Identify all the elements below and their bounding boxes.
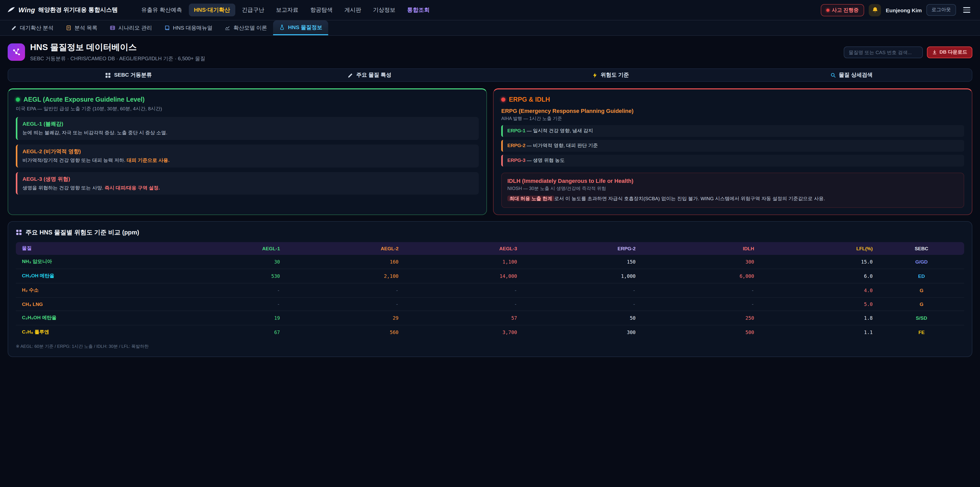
subtab-model-theory[interactable]: 확산모델 이론	[219, 21, 273, 35]
comparison-table-card: 주요 HNS 물질별 위험도 기준 비교 (ppm) 물질 AEGL-1 AEG…	[8, 221, 972, 357]
sebc-badge: ED	[879, 269, 964, 283]
main-nav: 유출유 확산예측 HNS·대기확산 긴급구난 보고자료 항공탐색 게시판 기상정…	[136, 3, 435, 16]
table-row-hydrogen: H₂ 수소 - - - - - 4.0 G	[16, 283, 964, 297]
book-icon	[164, 25, 170, 30]
grid-icon	[105, 72, 111, 78]
col-header-lfl: LFL(%)	[760, 242, 879, 255]
grid-icon	[16, 229, 22, 235]
aegl-level-3: AEGL-3 (생명 위협) 생명을 위협하는 건강 영향 또는 사망. 즉시 …	[16, 172, 479, 195]
notifications-button[interactable]	[869, 4, 881, 16]
aegl-card-subtitle: 미국 EPA — 일반인 급성 노출 기준 (10분, 30분, 60분, 4시…	[16, 106, 479, 112]
erpg-section-subtitle: AIHA 발행 — 1시간 노출 기준	[501, 115, 964, 122]
table-row-toluene: C₇H₈ 톨루엔 67 560 3,700 300 500 1.1 FE	[16, 325, 964, 339]
col-header-erpg2: ERPG-2	[523, 242, 642, 255]
clipboard-icon	[66, 25, 72, 30]
hns-risk-table: 물질 AEGL-1 AEGL-2 AEGL-3 ERPG-2 IDLH LFL(…	[16, 242, 964, 339]
substance-name: NH₃ 암모니아	[16, 255, 168, 269]
erpg-section-title: ERPG (Emergency Response Planning Guidel…	[501, 108, 964, 114]
red-dot-icon	[501, 97, 505, 102]
search-icon	[830, 72, 836, 78]
substance-name: CH₄ LNG	[16, 297, 168, 311]
aegl-level-2: AEGL-2 (비가역적 영향) 비가역적/장기적 건강 영향 또는 대피 능력…	[16, 145, 479, 168]
hamburger-menu-button[interactable]	[961, 4, 973, 16]
nav-item-reports[interactable]: 보고자료	[271, 3, 304, 16]
col-header-aegl3: AEGL-3	[405, 242, 523, 255]
col-header-aegl2: AEGL-2	[286, 242, 405, 255]
col-header-substance: 물질	[16, 242, 168, 255]
col-header-idlh: IDLH	[642, 242, 760, 255]
lightning-icon	[592, 72, 598, 78]
tab-substance-detail-search[interactable]: 물질 상세검색	[731, 69, 972, 81]
pencil-icon	[348, 72, 353, 78]
idlh-panel: IDLH (Immediately Dangerous to Life or H…	[501, 172, 964, 208]
aegl-level-1: AEGL-1 (불쾌감) 눈에 띄는 불쾌감, 자극 또는 비감각적 증상. 노…	[16, 117, 479, 140]
nav-item-oil-spill[interactable]: 유출유 확산예측	[136, 3, 187, 16]
table-header-row: 물질 AEGL-1 AEGL-2 AEGL-3 ERPG-2 IDLH LFL(…	[16, 242, 964, 255]
green-dot-icon	[16, 97, 20, 102]
pencil-icon	[11, 25, 17, 30]
erpg-card-title: ERPG & IDLH	[509, 96, 550, 103]
top-right-cluster: 사고 진행중 Eunjeong Kim 로그아웃	[821, 4, 973, 16]
bell-icon	[872, 6, 878, 13]
sebc-badge: G/GD	[879, 255, 964, 269]
nav-item-rescue[interactable]: 긴급구난	[237, 3, 269, 16]
table-row-ammonia: NH₃ 암모니아 30 160 1,100 150 300 15.0 G/GD	[16, 255, 964, 269]
idlh-title: IDLH (Immediately Dangerous to Life or H…	[508, 178, 958, 184]
page-title: HNS 물질정보 데이터베이스	[30, 42, 205, 53]
incident-status-badge[interactable]: 사고 진행중	[821, 4, 864, 16]
table-row-ethanol: C₂H₅OH 에탄올 19 29 57 50 250 1.8 S/SD	[16, 311, 964, 325]
aegl-card-title: AEGL (Acute Exposure Guideline Level)	[24, 96, 145, 103]
user-name: Eunjeong Kim	[886, 7, 922, 13]
incident-label: 사고 진행중	[832, 6, 859, 14]
section-tabs: SEBC 거동분류 주요 물질 특성 위험도 기준 물질 상세검색	[8, 69, 972, 82]
nav-item-aerial-search[interactable]: 항공탐색	[305, 3, 338, 16]
substance-search-input[interactable]	[843, 46, 923, 58]
col-header-sebc: SEBC	[879, 242, 964, 255]
erpg-level-2: ERPG-2 — 비가역적 영향, 대피 판단 기준	[501, 140, 964, 152]
app-window: Wing 해양환경 위기대응 통합시스템 유출유 확산예측 HNS·대기확산 긴…	[0, 0, 980, 487]
tab-sebc-classification[interactable]: SEBC 거동분류	[8, 69, 249, 81]
chart-icon	[225, 25, 231, 30]
nav-item-weather[interactable]: 기상정보	[368, 3, 401, 16]
sub-nav: 대기확산 분석 분석 목록 시나리오 관리 HNS 대응매뉴얼 확산모델 이론 …	[0, 21, 980, 36]
col-header-aegl1: AEGL-1	[168, 242, 286, 255]
logout-button[interactable]: 로그아웃	[926, 4, 956, 16]
subtab-dispersion-analysis[interactable]: 대기확산 분석	[5, 21, 60, 35]
sebc-badge: FE	[879, 325, 964, 339]
subtab-hns-manual[interactable]: HNS 대응매뉴얼	[158, 21, 219, 35]
db-download-button[interactable]: DB 다운로드	[927, 46, 972, 58]
incident-dot-icon	[826, 8, 829, 11]
system-title: 해양환경 위기대응 통합시스템	[38, 6, 118, 14]
flask-icon	[280, 24, 285, 30]
wing-logo-icon	[7, 6, 15, 14]
page-header: HNS 물질정보 데이터베이스 SEBC 거동분류 · CHRIS/CAMEO …	[8, 42, 972, 62]
table-row-methanol: CH₃OH 메탄올 530 2,100 14,000 1,000 6,000 6…	[16, 269, 964, 283]
substance-name: CH₃OH 메탄올	[16, 269, 168, 283]
brand-logo[interactable]: Wing 해양환경 위기대응 통합시스템	[7, 6, 118, 14]
tab-risk-criteria[interactable]: 위험도 기준	[490, 69, 731, 81]
subtab-hns-substance-info[interactable]: HNS 물질정보	[273, 21, 328, 35]
table-footnote: ※ AEGL: 60분 기준 / ERPG: 1시간 노출 / IDLH: 30…	[16, 343, 964, 350]
subtab-scenario-management[interactable]: 시나리오 관리	[103, 21, 158, 35]
idlh-highlight-chip: 최대 허용 노출 한계	[508, 196, 554, 201]
table-row-lng: CH₄ LNG - - - - - 5.0 G	[16, 297, 964, 311]
subtab-analysis-list[interactable]: 분석 목록	[60, 21, 103, 35]
substance-name: H₂ 수소	[16, 283, 168, 297]
nav-item-board[interactable]: 게시판	[339, 3, 366, 16]
table-title: 주요 HNS 물질별 위험도 기준 비교 (ppm)	[25, 228, 139, 237]
tab-substance-properties[interactable]: 주요 물질 특성	[249, 69, 490, 81]
sebc-badge: S/SD	[879, 311, 964, 325]
sebc-badge: G	[879, 283, 964, 297]
nav-item-hns-dispersion[interactable]: HNS·대기확산	[189, 3, 235, 16]
aegl-card: AEGL (Acute Exposure Guideline Level) 미국…	[8, 88, 487, 215]
page-subtitle: SEBC 거동분류 · CHRIS/CAMEO DB · AEGL/ERPG/I…	[30, 55, 205, 62]
molecule-icon	[8, 43, 25, 61]
brand-name: Wing	[18, 6, 35, 14]
top-nav: Wing 해양환경 위기대응 통합시스템 유출유 확산예측 HNS·대기확산 긴…	[0, 0, 980, 21]
erpg-level-3: ERPG-3 — 생명 위협 농도	[501, 155, 964, 166]
idlh-description: 최대 허용 노출 한계로서 이 농도를 초과하면 자급식 호흡장치(SCBA) …	[508, 195, 958, 203]
erpg-idlh-card: ERPG & IDLH ERPG (Emergency Response Pla…	[493, 88, 972, 215]
idlh-subtitle: NIOSH — 30분 노출 시 생명/건강에 즉각적 위험	[508, 185, 958, 192]
nav-item-integrated-view[interactable]: 통합조회	[402, 3, 434, 16]
sebc-badge: G	[879, 297, 964, 311]
